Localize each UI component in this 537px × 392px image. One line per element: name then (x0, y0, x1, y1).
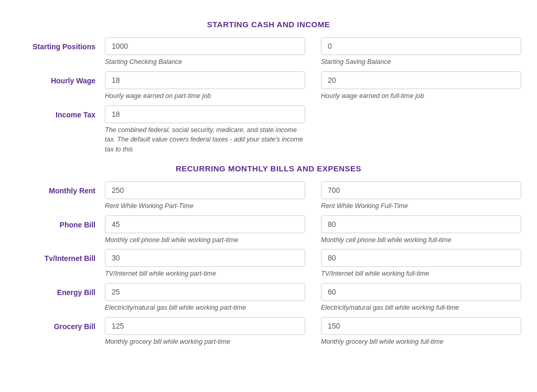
input-starting-saving[interactable] (321, 37, 521, 55)
form-row-monthly-rent: Monthly RentRent While Working Part-Time… (16, 181, 521, 211)
row-label-grocery-bill: Grocery Bill (16, 317, 105, 331)
form-row-energy-bill: Energy BillElectricity/natural gas bill … (16, 283, 521, 313)
fields-group-phone-bill: Monthly cell phone bill while working pa… (105, 215, 521, 245)
page-container: STARTING CASH AND INCOMEStarting Positio… (0, 0, 537, 362)
description-phone-parttime: Monthly cell phone bill while working pa… (105, 235, 305, 245)
fields-group-income-tax: The combined federal, social security, m… (105, 105, 521, 155)
description-energy-fulltime: Electricity/natural gas bill while worki… (321, 303, 521, 313)
description-rent-parttime: Rent While Working Part-Time (105, 201, 305, 211)
description-grocery-parttime: Monthly grocery bill while working part-… (105, 337, 305, 347)
field-col-starting-checking: Starting Checking Balance (105, 37, 305, 67)
form-row-grocery-bill: Grocery BillMonthly grocery bill while w… (16, 317, 521, 347)
fields-group-hourly-wage: Hourly wage earned on part-time jobHourl… (105, 71, 521, 101)
description-grocery-fulltime: Monthly grocery bill while working full-… (321, 337, 521, 347)
field-col-tv-fulltime: TV/Internet bill while working full-time (321, 249, 521, 279)
row-label-energy-bill: Energy Bill (16, 283, 105, 297)
input-phone-fulltime[interactable] (321, 215, 521, 233)
input-rent-fulltime[interactable] (321, 181, 521, 199)
form-row-tv-internet-bill: Tv/Internet BillTV/Internet bill while w… (16, 249, 521, 279)
field-col-income-tax-value: The combined federal, social security, m… (105, 105, 305, 155)
field-col-grocery-fulltime: Monthly grocery bill while working full-… (321, 317, 521, 347)
input-energy-parttime[interactable] (105, 283, 305, 301)
input-grocery-parttime[interactable] (105, 317, 305, 335)
row-label-income-tax: Income Tax (16, 105, 105, 119)
field-col-hourly-wage-parttime: Hourly wage earned on part-time job (105, 71, 305, 101)
description-starting-saving: Starting Saving Balance (321, 57, 521, 67)
description-energy-parttime: Electricity/natural gas bill while worki… (105, 303, 305, 313)
field-col-tv-parttime: TV/Internet bill while working part-time (105, 249, 305, 279)
field-col-hourly-wage-fulltime: Hourly wage earned on full-time job (321, 71, 521, 101)
fields-group-energy-bill: Electricity/natural gas bill while worki… (105, 283, 521, 313)
description-tv-parttime: TV/Internet bill while working part-time (105, 269, 305, 279)
description-phone-fulltime: Monthly cell phone bill while working fu… (321, 235, 521, 245)
fields-group-starting-positions: Starting Checking BalanceStarting Saving… (105, 37, 521, 67)
row-label-phone-bill: Phone Bill (16, 215, 105, 229)
fields-group-grocery-bill: Monthly grocery bill while working part-… (105, 317, 521, 347)
description-income-tax-value: The combined federal, social security, m… (105, 125, 305, 155)
empty-col-income-tax (321, 105, 521, 155)
field-col-rent-parttime: Rent While Working Part-Time (105, 181, 305, 211)
description-tv-fulltime: TV/Internet bill while working full-time (321, 269, 521, 279)
field-col-rent-fulltime: Rent While Working Full-Time (321, 181, 521, 211)
input-starting-checking[interactable] (105, 37, 305, 55)
description-hourly-wage-parttime: Hourly wage earned on part-time job (105, 91, 305, 101)
input-income-tax-value[interactable] (105, 105, 305, 123)
field-col-energy-parttime: Electricity/natural gas bill while worki… (105, 283, 305, 313)
input-grocery-fulltime[interactable] (321, 317, 521, 335)
section-title-recurring-monthly: RECURRING MONTHLY BILLS AND EXPENSES (16, 164, 521, 173)
description-hourly-wage-fulltime: Hourly wage earned on full-time job (321, 91, 521, 101)
form-row-phone-bill: Phone BillMonthly cell phone bill while … (16, 215, 521, 245)
description-rent-fulltime: Rent While Working Full-Time (321, 201, 521, 211)
input-rent-parttime[interactable] (105, 181, 305, 199)
field-col-starting-saving: Starting Saving Balance (321, 37, 521, 67)
fields-group-monthly-rent: Rent While Working Part-TimeRent While W… (105, 181, 521, 211)
input-phone-parttime[interactable] (105, 215, 305, 233)
input-tv-parttime[interactable] (105, 249, 305, 267)
field-col-phone-fulltime: Monthly cell phone bill while working fu… (321, 215, 521, 245)
row-label-starting-positions: Starting Positions (16, 37, 105, 51)
form-row-income-tax: Income TaxThe combined federal, social s… (16, 105, 521, 155)
row-label-tv-internet-bill: Tv/Internet Bill (16, 249, 105, 263)
form-row-starting-positions: Starting PositionsStarting Checking Bala… (16, 37, 521, 67)
input-energy-fulltime[interactable] (321, 283, 521, 301)
description-starting-checking: Starting Checking Balance (105, 57, 305, 67)
section-title-starting-cash-income: STARTING CASH AND INCOME (16, 20, 521, 29)
input-hourly-wage-parttime[interactable] (105, 71, 305, 89)
form-row-hourly-wage: Hourly WageHourly wage earned on part-ti… (16, 71, 521, 101)
row-label-monthly-rent: Monthly Rent (16, 181, 105, 195)
field-col-phone-parttime: Monthly cell phone bill while working pa… (105, 215, 305, 245)
row-label-hourly-wage: Hourly Wage (16, 71, 105, 85)
input-hourly-wage-fulltime[interactable] (321, 71, 521, 89)
field-col-grocery-parttime: Monthly grocery bill while working part-… (105, 317, 305, 347)
input-tv-fulltime[interactable] (321, 249, 521, 267)
field-col-energy-fulltime: Electricity/natural gas bill while worki… (321, 283, 521, 313)
fields-group-tv-internet-bill: TV/Internet bill while working part-time… (105, 249, 521, 279)
